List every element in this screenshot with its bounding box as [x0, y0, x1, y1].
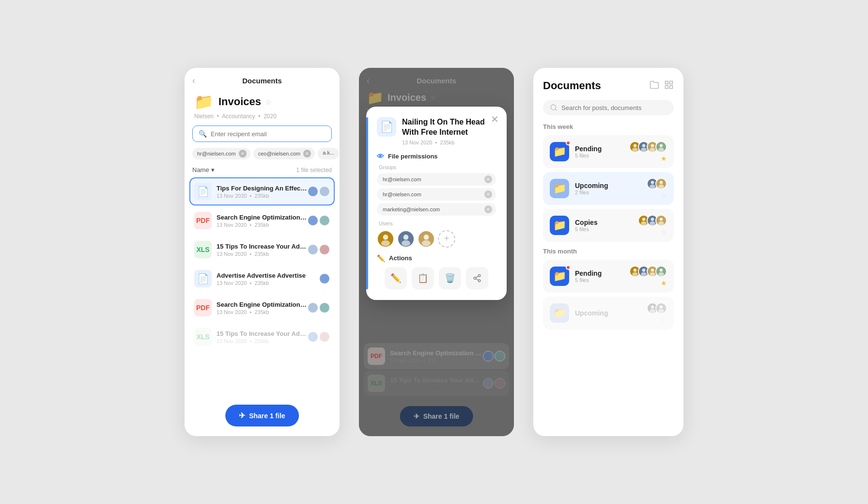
svg-point-27 [651, 144, 654, 147]
search-bar-right [543, 100, 674, 115]
avatar [308, 244, 318, 255]
file-item[interactable]: PDF Search Engine Optimization And 13 No… [189, 206, 335, 235]
svg-point-34 [650, 185, 655, 189]
svg-point-61 [650, 309, 655, 313]
svg-point-30 [660, 144, 663, 147]
svg-point-48 [634, 268, 637, 272]
star-icon-left[interactable]: ☆ [265, 97, 272, 107]
this-month-label: This month [543, 248, 674, 255]
chip-remove-ceo[interactable]: ✕ [303, 150, 311, 158]
folder-info: Copies 5 files [575, 219, 638, 232]
star-icon-copies[interactable]: ☆ [661, 228, 667, 236]
avatar [655, 302, 667, 314]
file-item[interactable]: XLS 15 Tips To Increase Your Adwo... 13 … [189, 323, 335, 351]
modal-overlay[interactable]: ✕ 📄 Nailing It On The Head With Free Int… [359, 68, 514, 436]
search-input-right[interactable] [561, 104, 667, 111]
permission-chip-3: marketing@nielsen.com ✕ [377, 203, 496, 216]
copy-action-button[interactable]: 📋 [412, 267, 434, 289]
svg-point-64 [658, 309, 664, 313]
svg-point-31 [658, 148, 664, 152]
file-avatars [308, 302, 330, 313]
back-button-left[interactable]: ‹ [192, 76, 195, 86]
svg-point-22 [632, 148, 638, 152]
svg-point-18 [551, 105, 556, 110]
svg-point-52 [641, 272, 647, 276]
modal: ✕ 📄 Nailing It On The Head With Free Int… [366, 107, 507, 300]
svg-rect-14 [666, 81, 668, 84]
folder-right: ☆ [647, 178, 667, 199]
add-user-button[interactable]: + [438, 230, 455, 248]
remove-perm-3[interactable]: ✕ [484, 205, 492, 213]
file-info: Tips For Designing An Effective... 13 No… [217, 185, 308, 199]
this-week-label: This week [543, 123, 674, 130]
folder-card-pending-month[interactable]: 📁 Pending 5 files [543, 260, 674, 293]
modal-permissions-title: 👁 File permissions [377, 152, 496, 160]
avatar [655, 215, 667, 226]
file-avatars [319, 273, 330, 284]
file-info: 15 Tips To Increase Your Adwo... 13 Nov … [217, 243, 308, 257]
avatar [319, 302, 330, 313]
file-count-label: 1 file selected [296, 167, 332, 173]
permission-chip-2: hr@nielsen.com ✕ [377, 188, 496, 201]
svg-point-55 [650, 272, 655, 276]
remove-perm-1[interactable]: ✕ [484, 175, 492, 183]
star-icon-upcoming[interactable]: ☆ [661, 191, 667, 199]
star-icon-pending-month[interactable]: ★ [661, 279, 667, 287]
delete-action-button[interactable]: 🗑️ [439, 267, 461, 289]
file-item[interactable]: XLS 15 Tips To Increase Your Adwo... 13 … [189, 236, 335, 264]
folder-card-copies-week[interactable]: 📁 Copies 5 files ☆ [543, 209, 674, 242]
avatar [655, 178, 667, 189]
folder-card-pending-week[interactable]: 📁 Pending 5 files [543, 135, 674, 168]
folder-icon-pending-month: 📁 [550, 267, 569, 286]
folder-card-upcoming-week[interactable]: 📁 Upcoming 2 files ☆ [543, 172, 674, 205]
search-input-left[interactable] [211, 130, 326, 138]
file-info: Search Engine Optimization And 13 Nov 20… [217, 301, 308, 315]
folder-card-upcoming-month[interactable]: 📁 Upcoming ☆ [543, 297, 674, 330]
star-icon-pending[interactable]: ★ [661, 155, 667, 162]
remove-perm-2[interactable]: ✕ [484, 190, 492, 198]
send-icon: ✈ [239, 411, 245, 420]
users-row: + [377, 230, 496, 248]
search-icon-right [550, 104, 558, 111]
file-avatars [308, 215, 330, 226]
svg-point-7 [424, 235, 429, 240]
email-chips-left: hr@nielsen.com ✕ ceo@nielsen.com ✕ a.k..… [185, 148, 340, 164]
star-icon-upcoming-month[interactable]: ☆ [661, 316, 667, 324]
modal-file-meta: 13 Nov 2020 • 235kb [402, 140, 496, 145]
avatar [319, 273, 330, 284]
panel-right: Documents This w [533, 68, 683, 436]
svg-point-1 [383, 235, 388, 240]
svg-point-54 [651, 268, 654, 272]
users-label: Users [379, 220, 496, 226]
svg-point-8 [422, 240, 431, 246]
file-avatars [308, 244, 330, 255]
chip-partial: a.k... [318, 148, 339, 159]
folder-avatars [629, 141, 667, 153]
svg-point-25 [641, 148, 647, 152]
share-action-button[interactable] [466, 267, 488, 289]
chip-remove-hr[interactable]: ✕ [239, 150, 247, 158]
share-button-left[interactable]: ✈ Share 1 file [225, 405, 299, 426]
sort-button[interactable]: Name ▾ [192, 166, 215, 173]
edit-action-button[interactable]: ✏️ [385, 267, 407, 289]
grid-view-button[interactable] [664, 80, 674, 92]
file-item[interactable]: 📄 Tips For Designing An Effective... 13 … [189, 177, 335, 205]
folder-icon-upcoming-week: 📁 [550, 179, 569, 198]
right-title: Documents [543, 79, 601, 92]
file-avatars [308, 331, 330, 342]
file-icon-pdf: PDF [194, 212, 212, 229]
folder-info: Pending 5 files [575, 145, 629, 158]
user-avatar-3 [418, 230, 435, 248]
avatar [308, 331, 318, 342]
svg-point-36 [660, 181, 663, 184]
file-item[interactable]: 📄 Advertise Advertise Advertise 13 Nov 2… [189, 265, 335, 293]
folder-icon-left: 📁 [194, 93, 214, 111]
svg-point-63 [660, 305, 663, 309]
svg-point-42 [651, 218, 654, 221]
new-folder-button[interactable] [650, 80, 659, 92]
svg-point-51 [642, 268, 646, 272]
modal-close-button[interactable]: ✕ [491, 113, 499, 125]
file-item[interactable]: PDF Search Engine Optimization And 13 No… [189, 294, 335, 322]
right-icons [650, 80, 674, 92]
folder-avatars [629, 266, 667, 277]
